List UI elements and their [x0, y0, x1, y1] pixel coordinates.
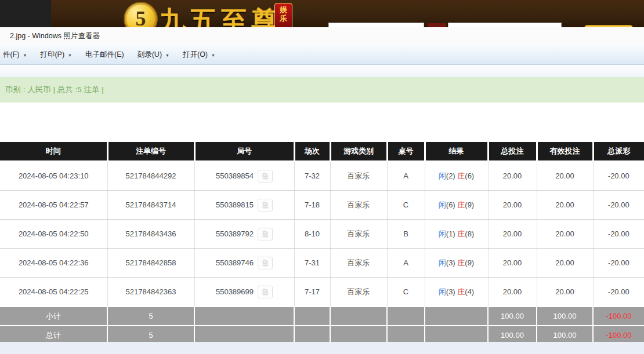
- menu-item-open[interactable]: 打开(O)▼: [178, 48, 220, 62]
- menu-item-label: 电子邮件(E): [85, 50, 124, 60]
- replay-media-button[interactable]: [258, 228, 273, 240]
- result-player-label: 闲: [439, 229, 446, 238]
- replay-media-button[interactable]: [258, 286, 273, 298]
- result-banker-label: 庄: [457, 287, 465, 296]
- cell-payout: -20.00: [593, 278, 644, 307]
- menu-item-print[interactable]: 打印(P)▼: [35, 48, 77, 62]
- viewer-background-bottom: [0, 342, 644, 354]
- summary-row: 小计5100.00100.00-100.00: [0, 306, 644, 326]
- brand-title: 九五至尊: [159, 3, 282, 27]
- cell-time: 2024-08-05 04:22:25: [0, 278, 107, 307]
- summary-empty-round-no: [194, 306, 294, 326]
- col-header-bet-no: 注单编号: [107, 142, 194, 161]
- cell-session: 7-18: [294, 191, 330, 220]
- col-header-time: 时间: [0, 142, 107, 161]
- cell-result: 闲(6) 庄(9): [425, 191, 488, 220]
- media-file-icon: [262, 229, 269, 239]
- cell-round-no: 550389815: [194, 191, 294, 220]
- result-banker-label: 庄: [457, 258, 465, 267]
- menu-item-label: 刻录(U): [138, 50, 162, 60]
- menu-item-email[interactable]: 电子邮件(E): [80, 48, 129, 62]
- cell-total-bet[interactable]: 20.00: [488, 161, 537, 191]
- bet-row: 2024-08-05 04:22:57521784843714550389815…: [0, 191, 644, 220]
- summary-empty-session: [294, 306, 330, 326]
- cell-session: 7-31: [294, 249, 330, 278]
- cell-valid-bet: 20.00: [537, 191, 593, 220]
- cell-result: 闲(2) 庄(6): [425, 161, 488, 191]
- result-banker-points: (8): [465, 229, 474, 238]
- cell-bet-no: 521784843436: [107, 220, 194, 249]
- cell-total-bet[interactable]: 20.00: [488, 249, 537, 278]
- summary-empty-game-type: [330, 306, 387, 326]
- media-file-icon: [262, 200, 269, 210]
- badge-char-2: 乐: [280, 14, 287, 23]
- cell-time: 2024-08-05 04:22:50: [0, 220, 107, 249]
- result-banker-label: 庄: [457, 229, 465, 238]
- result-player-label: 闲: [439, 258, 446, 267]
- cell-time: 2024-08-05 04:23:10: [0, 161, 107, 191]
- cell-total-bet[interactable]: 20.00: [488, 191, 537, 220]
- replay-media-button[interactable]: [258, 199, 273, 211]
- clipped-red-button[interactable]: [428, 23, 446, 27]
- cell-table-no: B: [387, 220, 425, 249]
- round-no-text: 550389815: [216, 200, 254, 209]
- cell-payout: -20.00: [593, 249, 644, 278]
- cell-total-bet[interactable]: 20.00: [488, 278, 537, 307]
- cell-game-type: 百家乐: [330, 161, 387, 191]
- cell-payout: -20.00: [593, 220, 644, 249]
- result-player-label: 闲: [439, 171, 446, 180]
- summary-total-bet: 100.00: [488, 306, 537, 326]
- window-title: 2.jpg - Windows 照片查看器: [10, 31, 100, 41]
- col-header-session: 场次: [294, 142, 330, 161]
- result-player-label: 闲: [439, 200, 446, 209]
- menu-item-file[interactable]: 件(F)▼: [0, 48, 32, 62]
- cell-round-no: 550389854: [194, 161, 294, 191]
- result-banker-label: 庄: [457, 171, 465, 180]
- chevron-down-icon: ▼: [68, 53, 72, 57]
- coin-logo-icon: 5: [124, 2, 158, 27]
- cell-bet-no: 521784842363: [107, 278, 194, 307]
- table-header-row: 时间注单编号局号场次游戏类别桌号结果总投注有效投注总派彩: [0, 142, 644, 161]
- summary-valid-bet: 100.00: [537, 306, 593, 326]
- cell-total-bet[interactable]: 20.00: [488, 220, 537, 249]
- replay-media-button[interactable]: [258, 170, 273, 183]
- result-player-points: (3): [446, 258, 458, 267]
- summary-label: 小计: [0, 306, 107, 326]
- col-header-result: 结果: [425, 142, 488, 161]
- result-banker-points: (4): [465, 287, 474, 296]
- info-bar-text: 币别 : 人民币 | 总共 :5 注单 |: [5, 85, 104, 95]
- clipped-login-input-1[interactable]: [328, 23, 424, 27]
- result-player-label: 闲: [439, 287, 446, 296]
- chevron-down-icon: ▼: [165, 53, 169, 57]
- round-no-wrap: 550389746: [196, 257, 294, 269]
- bet-row: 2024-08-05 04:23:10521784844292550389854…: [0, 161, 644, 191]
- cell-valid-bet: 20.00: [537, 220, 593, 249]
- menu-item-burn[interactable]: 刻录(U)▼: [132, 48, 175, 62]
- media-file-icon: [262, 171, 269, 181]
- photo-white-gap: [0, 103, 644, 142]
- menu-item-label: 打开(O): [183, 50, 208, 60]
- col-header-valid-bet: 有效投注: [537, 142, 593, 161]
- col-header-table-no: 桌号: [387, 142, 425, 161]
- menubar: 件(F)▼打印(P)▼电子邮件(E)刻录(U)▼打开(O)▼: [0, 45, 644, 65]
- cell-bet-no: 521784842858: [107, 249, 194, 278]
- clipped-login-input-2[interactable]: [448, 23, 562, 27]
- cell-payout: -20.00: [593, 161, 644, 191]
- replay-media-button[interactable]: [258, 257, 273, 269]
- cell-time: 2024-08-05 04:22:36: [0, 249, 107, 278]
- cell-game-type: 百家乐: [330, 278, 387, 307]
- cell-table-no: A: [387, 249, 425, 278]
- cell-session: 7-17: [294, 278, 330, 307]
- result-banker-points: (9): [465, 200, 474, 209]
- cell-result: 闲(3) 庄(4): [425, 278, 488, 307]
- cell-valid-bet: 20.00: [537, 161, 593, 191]
- col-header-round-no: 局号: [194, 142, 294, 161]
- round-no-text: 550389746: [216, 258, 254, 267]
- media-file-icon: [262, 287, 269, 297]
- titlebar: 2.jpg - Windows 照片查看器: [0, 27, 644, 45]
- menu-item-label: 打印(P): [40, 50, 64, 60]
- col-header-game-type: 游戏类别: [330, 142, 387, 161]
- result-player-points: (1): [446, 229, 458, 238]
- round-no-wrap: 550389815: [196, 199, 294, 211]
- result-banker-label: 庄: [457, 200, 465, 209]
